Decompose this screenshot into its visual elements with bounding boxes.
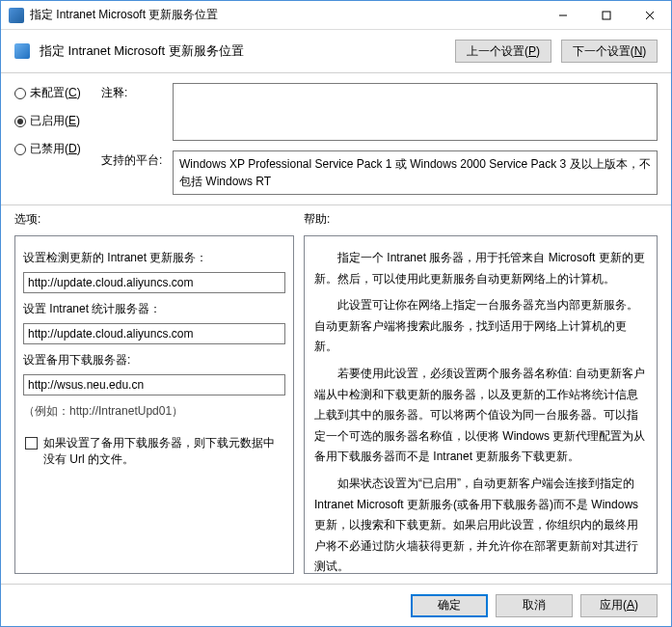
options-heading: 选项: xyxy=(14,211,304,228)
radio-not-configured[interactable]: 未配置(C) xyxy=(14,85,92,101)
help-paragraph: 如果状态设置为“已启用”，自动更新客户端会连接到指定的 Intranet Mic… xyxy=(314,474,647,574)
cancel-button[interactable]: 取消 xyxy=(496,594,573,617)
panels: 设置检测更新的 Intranet 更新服务： 设置 Intranet 统计服务器… xyxy=(1,232,671,584)
radio-disabled[interactable]: 已禁用(D) xyxy=(14,141,92,157)
stats-server-label: 设置 Intranet 统计服务器： xyxy=(23,301,285,317)
maximize-button[interactable] xyxy=(584,1,628,29)
dialog-header: 指定 Intranet Microsoft 更新服务位置 上一个设置(P) 下一… xyxy=(1,30,671,73)
titlebar: 指定 Intranet Microsoft 更新服务位置 xyxy=(1,1,671,30)
close-button[interactable] xyxy=(628,1,671,29)
next-setting-button[interactable]: 下一个设置(N) xyxy=(561,40,658,63)
dialog-window: 指定 Intranet Microsoft 更新服务位置 指定 Intranet… xyxy=(0,0,672,627)
panels-header: 选项: 帮助: xyxy=(1,205,671,232)
previous-setting-button[interactable]: 上一个设置(P) xyxy=(455,40,551,63)
ok-button[interactable]: 确定 xyxy=(411,594,488,617)
help-paragraph: 此设置可让你在网络上指定一台服务器充当内部更新服务。自动更新客户端将搜索此服务，… xyxy=(314,295,647,358)
radio-enabled[interactable]: 已启用(E) xyxy=(14,113,92,129)
config-area: 未配置(C) 已启用(E) 已禁用(D) 注释: 支持的平台: Windows … xyxy=(1,73,671,205)
stats-server-input[interactable] xyxy=(23,323,285,344)
window-title: 指定 Intranet Microsoft 更新服务位置 xyxy=(30,7,541,23)
minimize-button[interactable] xyxy=(541,1,584,29)
svg-rect-1 xyxy=(603,12,610,19)
alt-download-input[interactable] xyxy=(23,374,285,395)
platform-label: 支持的平台: xyxy=(101,150,165,169)
alt-download-label: 设置备用下载服务器: xyxy=(23,352,285,368)
policy-icon xyxy=(14,43,30,59)
supported-platform-text: Windows XP Professional Service Pack 1 或… xyxy=(173,150,658,195)
comment-textarea[interactable] xyxy=(173,83,658,141)
options-panel: 设置检测更新的 Intranet 更新服务： 设置 Intranet 统计服务器… xyxy=(14,235,294,574)
dialog-footer: 确定 取消 应用(A) xyxy=(1,584,671,626)
detect-service-input[interactable] xyxy=(23,272,285,293)
detect-service-label: 设置检测更新的 Intranet 更新服务： xyxy=(23,250,285,266)
help-panel: 指定一个 Intranet 服务器，用于托管来自 Microsoft 更新的更新… xyxy=(304,235,658,574)
help-paragraph: 指定一个 Intranet 服务器，用于托管来自 Microsoft 更新的更新… xyxy=(314,248,647,289)
apply-button[interactable]: 应用(A) xyxy=(580,594,658,617)
comment-label: 注释: xyxy=(101,83,165,101)
help-heading: 帮助: xyxy=(304,211,330,228)
example-text: （例如：http://IntranetUpd01） xyxy=(23,403,285,420)
nourl-checkbox-label: 如果设置了备用下载服务器，则下载元数据中没有 Url 的文件。 xyxy=(43,435,285,468)
help-paragraph: 若要使用此设置，必须设置两个服务器名称值: 自动更新客户端从中检测和下载更新的服… xyxy=(314,364,647,468)
app-icon xyxy=(9,8,24,23)
nourl-checkbox[interactable] xyxy=(25,437,38,450)
policy-title: 指定 Intranet Microsoft 更新服务位置 xyxy=(40,42,445,60)
radio-group: 未配置(C) 已启用(E) 已禁用(D) xyxy=(14,83,92,195)
